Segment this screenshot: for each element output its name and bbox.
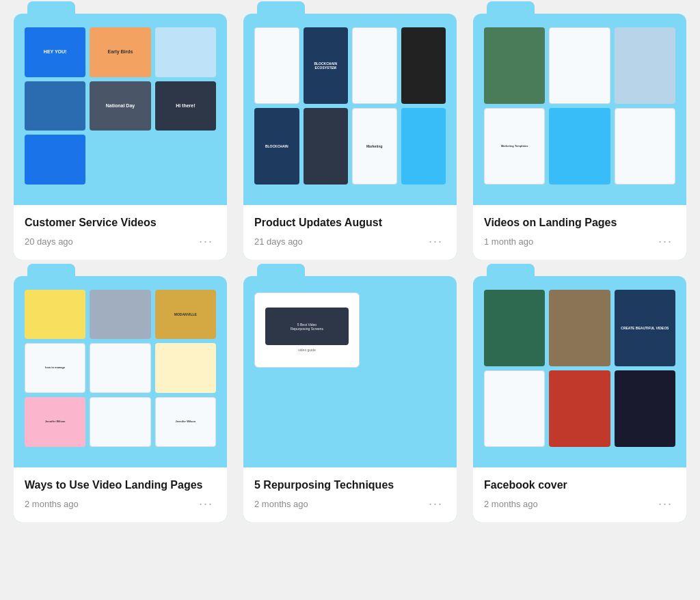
- folder-title: Facebook cover: [484, 478, 675, 493]
- folder-date: 1 month ago: [484, 236, 533, 247]
- thumbnail: [615, 370, 675, 447]
- thumbnail: [90, 290, 150, 340]
- folder-title: Product Updates August: [254, 216, 446, 230]
- folder-date: 20 days ago: [25, 236, 73, 247]
- thumbnail-grid: CREATE BEAUTIFUL VIDEOS: [484, 290, 675, 447]
- folder-footer: Customer Service Videos 20 days ago ···: [14, 205, 227, 260]
- folder-title: 5 Repurposing Techniques: [254, 478, 446, 493]
- thumbnail: Early Birds: [90, 27, 150, 77]
- thumbnail: [549, 108, 610, 185]
- more-options-button[interactable]: ···: [196, 497, 216, 511]
- folder-footer: Facebook cover 2 months ago ···: [473, 467, 686, 522]
- thumbnail: [549, 27, 610, 104]
- thumbnail: CREATE BEAUTIFUL VIDEOS: [615, 290, 675, 366]
- folder-thumbnail-area: Marketing Templates: [473, 14, 686, 205]
- thumbnail: [549, 290, 610, 366]
- thumbnail: [401, 108, 446, 185]
- thumbnail: [155, 343, 216, 393]
- thumbnail: BLOCKCHAIN ECOSYSTEM: [304, 27, 349, 104]
- folder-footer: Ways to Use Video Landing Pages 2 months…: [14, 467, 227, 522]
- folder-customer-service[interactable]: HEY YOU! Early Birds National Day Hi the…: [14, 14, 227, 260]
- folder-meta: 2 months ago ···: [254, 497, 446, 511]
- folder-tab: [257, 264, 305, 277]
- thumbnail: [484, 290, 545, 366]
- thumbnail: Marketing: [352, 108, 397, 185]
- folder-title: Videos on Landing Pages: [484, 216, 675, 230]
- thumbnail: Jennifer Wilson: [25, 397, 85, 447]
- thumbnail: [25, 81, 85, 131]
- more-options-button[interactable]: ···: [656, 234, 675, 249]
- thumbnail: how to manage: [25, 343, 85, 393]
- folder-meta: 1 month ago ···: [484, 234, 675, 249]
- folder-meta: 20 days ago ···: [25, 234, 216, 249]
- folder-meta: 21 days ago ···: [254, 234, 446, 249]
- thumbnail-grid: Marketing Templates: [484, 27, 675, 185]
- thumbnail: [549, 370, 610, 447]
- thumbnail: [401, 27, 446, 104]
- thumbnail: National Day: [90, 81, 150, 131]
- folder-tab: [27, 1, 75, 15]
- folder-tab: [257, 1, 305, 15]
- folder-date: 21 days ago: [254, 236, 303, 247]
- thumbnail: [155, 27, 216, 77]
- repurpose-inner: 5 Best VideoRepurposing Screens: [265, 308, 349, 345]
- thumbnail-grid: HEY YOU! Early Birds National Day Hi the…: [25, 27, 216, 185]
- folder-videos-landing[interactable]: Marketing Templates Videos on Landing Pa…: [473, 14, 686, 260]
- thumbnail: [615, 27, 675, 104]
- thumbnail: [25, 135, 85, 185]
- more-options-button[interactable]: ···: [426, 497, 446, 511]
- folder-footer: 5 Repurposing Techniques 2 months ago ··…: [243, 467, 457, 522]
- thumbnail: [615, 108, 675, 185]
- thumbnail: [25, 290, 85, 340]
- folder-thumbnail-area: BLOCKCHAIN ECOSYSTEM BLOCKCHAIN Marketin…: [243, 14, 457, 205]
- folder-footer: Product Updates August 21 days ago ···: [243, 205, 457, 260]
- thumbnail: BLOCKCHAIN: [254, 108, 299, 185]
- folder-ways-video[interactable]: MODANVILLE how to manage Jennifer Wilson…: [14, 276, 227, 522]
- thumbnail-grid: BLOCKCHAIN ECOSYSTEM BLOCKCHAIN Marketin…: [254, 27, 446, 185]
- folder-repurposing[interactable]: 5 Best VideoRepurposing Screens video gu…: [243, 276, 457, 522]
- folder-tab: [27, 264, 75, 277]
- folder-meta: 2 months ago ···: [25, 497, 216, 511]
- folder-tab: [487, 264, 535, 277]
- repurpose-thumbnail: 5 Best VideoRepurposing Screens video gu…: [254, 292, 360, 368]
- thumbnail: Jennifer Wilson: [155, 397, 216, 447]
- folder-facebook-cover[interactable]: CREATE BEAUTIFUL VIDEOS Facebook cover 2…: [473, 276, 686, 522]
- thumbnail: HEY YOU!: [25, 27, 85, 77]
- folder-product-updates[interactable]: BLOCKCHAIN ECOSYSTEM BLOCKCHAIN Marketin…: [243, 14, 457, 260]
- more-options-button[interactable]: ···: [426, 234, 446, 249]
- thumbnail: [304, 108, 349, 185]
- folder-tab: [487, 1, 535, 15]
- thumbnail: Marketing Templates: [484, 108, 545, 185]
- thumbnail: [484, 370, 545, 447]
- thumbnail: [90, 343, 150, 393]
- thumbnail: MODANVILLE: [155, 290, 216, 340]
- folder-grid: HEY YOU! Early Birds National Day Hi the…: [14, 14, 686, 522]
- folder-date: 2 months ago: [484, 499, 538, 509]
- thumbnail: Hi there!: [155, 81, 216, 131]
- folder-thumbnail-area: HEY YOU! Early Birds National Day Hi the…: [14, 14, 227, 205]
- thumbnail: [254, 27, 299, 104]
- folder-thumbnail-area: CREATE BEAUTIFUL VIDEOS: [473, 276, 686, 467]
- thumbnail-grid: MODANVILLE how to manage Jennifer Wilson…: [25, 290, 216, 447]
- folder-title: Customer Service Videos: [25, 216, 216, 230]
- folder-meta: 2 months ago ···: [484, 497, 675, 511]
- more-options-button[interactable]: ···: [656, 497, 675, 511]
- thumbnail: [352, 27, 397, 104]
- folder-thumbnail-area: MODANVILLE how to manage Jennifer Wilson…: [14, 276, 227, 467]
- folder-date: 2 months ago: [25, 499, 79, 509]
- folder-footer: Videos on Landing Pages 1 month ago ···: [473, 205, 686, 260]
- folder-title: Ways to Use Video Landing Pages: [25, 478, 216, 493]
- thumbnail: [484, 27, 545, 104]
- more-options-button[interactable]: ···: [196, 234, 216, 249]
- thumbnail: [90, 397, 150, 447]
- folder-thumbnail-area: 5 Best VideoRepurposing Screens video gu…: [243, 276, 457, 467]
- folder-date: 2 months ago: [254, 499, 308, 509]
